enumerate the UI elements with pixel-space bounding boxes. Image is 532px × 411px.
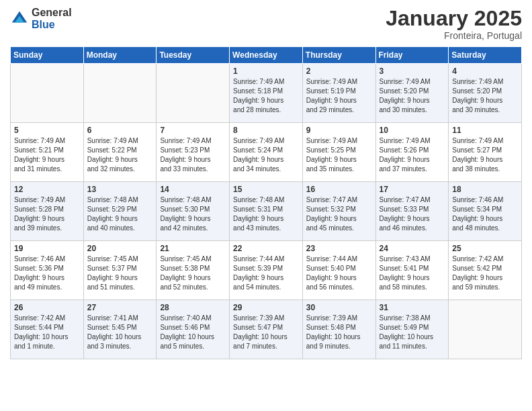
logo-text: General Blue bbox=[32, 7, 72, 30]
title-block: January 2025 Fronteira, Portugal bbox=[386, 7, 522, 41]
calendar-table: SundayMondayTuesdayWednesdayThursdayFrid… bbox=[10, 46, 522, 359]
day-number: 9 bbox=[306, 126, 373, 135]
day-info: Sunrise: 7:49 AM Sunset: 5:28 PM Dayligh… bbox=[14, 195, 81, 233]
day-info: Sunrise: 7:45 AM Sunset: 5:38 PM Dayligh… bbox=[160, 255, 226, 292]
calendar-cell: 16Sunrise: 7:47 AM Sunset: 5:32 PM Dayli… bbox=[302, 182, 375, 241]
weekday-header-friday: Friday bbox=[375, 47, 449, 64]
day-number: 25 bbox=[452, 244, 519, 253]
calendar-cell bbox=[11, 64, 84, 123]
day-number: 11 bbox=[452, 126, 519, 135]
calendar-cell bbox=[449, 300, 522, 359]
calendar-week-3: 12Sunrise: 7:49 AM Sunset: 5:28 PM Dayli… bbox=[11, 182, 522, 241]
calendar-cell: 17Sunrise: 7:47 AM Sunset: 5:33 PM Dayli… bbox=[375, 182, 449, 241]
day-info: Sunrise: 7:49 AM Sunset: 5:21 PM Dayligh… bbox=[14, 136, 81, 174]
calendar-subtitle: Fronteira, Portugal bbox=[386, 30, 522, 41]
day-number: 29 bbox=[233, 303, 300, 312]
calendar-cell: 23Sunrise: 7:44 AM Sunset: 5:40 PM Dayli… bbox=[302, 241, 375, 300]
calendar-cell: 1Sunrise: 7:49 AM Sunset: 5:18 PM Daylig… bbox=[230, 64, 303, 123]
logo: General Blue bbox=[10, 7, 72, 30]
day-info: Sunrise: 7:43 AM Sunset: 5:41 PM Dayligh… bbox=[380, 255, 446, 292]
day-info: Sunrise: 7:49 AM Sunset: 5:20 PM Dayligh… bbox=[380, 77, 446, 115]
calendar-cell: 21Sunrise: 7:45 AM Sunset: 5:38 PM Dayli… bbox=[157, 241, 230, 300]
day-number: 10 bbox=[380, 126, 446, 135]
day-number: 13 bbox=[87, 185, 154, 194]
calendar-cell: 10Sunrise: 7:49 AM Sunset: 5:26 PM Dayli… bbox=[375, 123, 449, 182]
day-info: Sunrise: 7:49 AM Sunset: 5:27 PM Dayligh… bbox=[452, 136, 519, 174]
calendar-week-5: 26Sunrise: 7:42 AM Sunset: 5:44 PM Dayli… bbox=[11, 300, 522, 359]
calendar-cell: 14Sunrise: 7:48 AM Sunset: 5:30 PM Dayli… bbox=[157, 182, 230, 241]
day-info: Sunrise: 7:47 AM Sunset: 5:33 PM Dayligh… bbox=[380, 195, 446, 233]
calendar-cell: 2Sunrise: 7:49 AM Sunset: 5:19 PM Daylig… bbox=[302, 64, 375, 123]
day-number: 18 bbox=[452, 185, 519, 194]
day-info: Sunrise: 7:49 AM Sunset: 5:25 PM Dayligh… bbox=[306, 136, 373, 174]
weekday-header-wednesday: Wednesday bbox=[230, 47, 303, 64]
calendar-cell: 18Sunrise: 7:46 AM Sunset: 5:34 PM Dayli… bbox=[449, 182, 522, 241]
day-number: 28 bbox=[160, 303, 226, 312]
day-number: 23 bbox=[306, 244, 373, 253]
calendar-cell: 22Sunrise: 7:44 AM Sunset: 5:39 PM Dayli… bbox=[230, 241, 303, 300]
day-info: Sunrise: 7:42 AM Sunset: 5:42 PM Dayligh… bbox=[452, 255, 519, 292]
day-info: Sunrise: 7:42 AM Sunset: 5:44 PM Dayligh… bbox=[14, 314, 81, 351]
day-number: 1 bbox=[233, 66, 300, 76]
day-number: 16 bbox=[306, 185, 373, 194]
day-info: Sunrise: 7:44 AM Sunset: 5:40 PM Dayligh… bbox=[306, 255, 373, 292]
day-number: 2 bbox=[306, 66, 373, 76]
day-info: Sunrise: 7:49 AM Sunset: 5:19 PM Dayligh… bbox=[306, 77, 373, 115]
day-number: 27 bbox=[87, 303, 154, 312]
day-info: Sunrise: 7:39 AM Sunset: 5:47 PM Dayligh… bbox=[233, 314, 300, 351]
day-info: Sunrise: 7:41 AM Sunset: 5:45 PM Dayligh… bbox=[87, 314, 154, 351]
day-info: Sunrise: 7:49 AM Sunset: 5:18 PM Dayligh… bbox=[233, 77, 300, 115]
weekday-header-sunday: Sunday bbox=[11, 47, 84, 64]
day-number: 15 bbox=[233, 185, 300, 194]
calendar-week-4: 19Sunrise: 7:46 AM Sunset: 5:36 PM Dayli… bbox=[11, 241, 522, 300]
day-info: Sunrise: 7:44 AM Sunset: 5:39 PM Dayligh… bbox=[233, 255, 300, 292]
calendar-title: January 2025 bbox=[386, 7, 522, 30]
day-info: Sunrise: 7:49 AM Sunset: 5:22 PM Dayligh… bbox=[87, 136, 154, 174]
day-number: 6 bbox=[87, 126, 154, 135]
calendar-cell: 7Sunrise: 7:49 AM Sunset: 5:23 PM Daylig… bbox=[157, 123, 230, 182]
day-number: 24 bbox=[380, 244, 446, 253]
calendar-cell: 8Sunrise: 7:49 AM Sunset: 5:24 PM Daylig… bbox=[230, 123, 303, 182]
calendar-cell: 28Sunrise: 7:40 AM Sunset: 5:46 PM Dayli… bbox=[157, 300, 230, 359]
calendar-cell bbox=[83, 64, 157, 123]
day-info: Sunrise: 7:49 AM Sunset: 5:26 PM Dayligh… bbox=[380, 136, 446, 174]
day-info: Sunrise: 7:49 AM Sunset: 5:23 PM Dayligh… bbox=[160, 136, 226, 174]
day-number: 3 bbox=[380, 66, 446, 76]
day-number: 7 bbox=[160, 126, 226, 135]
day-number: 14 bbox=[160, 185, 226, 194]
calendar-cell: 6Sunrise: 7:49 AM Sunset: 5:22 PM Daylig… bbox=[83, 123, 157, 182]
day-number: 5 bbox=[14, 126, 81, 135]
weekday-header-monday: Monday bbox=[83, 47, 157, 64]
header: General Blue January 2025 Fronteira, Por… bbox=[10, 7, 522, 41]
day-number: 17 bbox=[380, 185, 446, 194]
calendar-cell: 11Sunrise: 7:49 AM Sunset: 5:27 PM Dayli… bbox=[449, 123, 522, 182]
day-number: 26 bbox=[14, 303, 81, 312]
calendar-cell: 20Sunrise: 7:45 AM Sunset: 5:37 PM Dayli… bbox=[83, 241, 157, 300]
calendar-cell: 13Sunrise: 7:48 AM Sunset: 5:29 PM Dayli… bbox=[83, 182, 157, 241]
weekday-header-row: SundayMondayTuesdayWednesdayThursdayFrid… bbox=[11, 47, 522, 64]
day-info: Sunrise: 7:49 AM Sunset: 5:24 PM Dayligh… bbox=[233, 136, 300, 174]
calendar-cell: 3Sunrise: 7:49 AM Sunset: 5:20 PM Daylig… bbox=[375, 64, 449, 123]
calendar-week-2: 5Sunrise: 7:49 AM Sunset: 5:21 PM Daylig… bbox=[11, 123, 522, 182]
day-number: 19 bbox=[14, 244, 81, 253]
day-info: Sunrise: 7:47 AM Sunset: 5:32 PM Dayligh… bbox=[306, 195, 373, 233]
day-info: Sunrise: 7:49 AM Sunset: 5:20 PM Dayligh… bbox=[452, 77, 519, 115]
day-number: 4 bbox=[452, 66, 519, 76]
calendar-cell: 12Sunrise: 7:49 AM Sunset: 5:28 PM Dayli… bbox=[11, 182, 84, 241]
calendar-week-1: 1Sunrise: 7:49 AM Sunset: 5:18 PM Daylig… bbox=[11, 64, 522, 123]
day-info: Sunrise: 7:46 AM Sunset: 5:36 PM Dayligh… bbox=[14, 255, 81, 292]
calendar-cell bbox=[157, 64, 230, 123]
calendar-cell: 15Sunrise: 7:48 AM Sunset: 5:31 PM Dayli… bbox=[230, 182, 303, 241]
logo-icon bbox=[10, 9, 29, 28]
day-number: 22 bbox=[233, 244, 300, 253]
calendar-cell: 4Sunrise: 7:49 AM Sunset: 5:20 PM Daylig… bbox=[449, 64, 522, 123]
calendar-cell: 19Sunrise: 7:46 AM Sunset: 5:36 PM Dayli… bbox=[11, 241, 84, 300]
calendar-cell: 5Sunrise: 7:49 AM Sunset: 5:21 PM Daylig… bbox=[11, 123, 84, 182]
weekday-header-tuesday: Tuesday bbox=[157, 47, 230, 64]
day-number: 31 bbox=[380, 303, 446, 312]
day-info: Sunrise: 7:48 AM Sunset: 5:30 PM Dayligh… bbox=[160, 195, 226, 233]
logo-blue-text: Blue bbox=[32, 19, 72, 31]
calendar-cell: 29Sunrise: 7:39 AM Sunset: 5:47 PM Dayli… bbox=[230, 300, 303, 359]
logo-general-text: General bbox=[32, 7, 72, 19]
day-number: 12 bbox=[14, 185, 81, 194]
